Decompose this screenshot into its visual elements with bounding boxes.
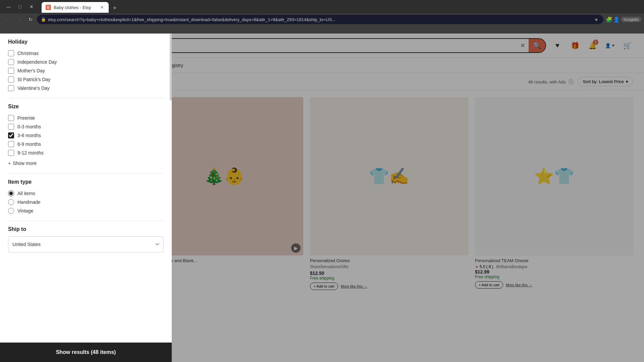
extensions-icon[interactable]: 🧩 [606,16,612,22]
size-section: Size Preemie 0-3 months 3-6 months 6-9 m… [8,104,164,168]
handmade-radio[interactable] [8,199,14,205]
bottom-spacer [8,252,164,266]
size-section-title: Size [8,104,164,110]
9-12-months-checkbox-item[interactable]: 9-12 months [8,148,164,157]
9-12-months-label: 9-12 months [17,150,44,156]
valentines-day-label: Valentine's Day [17,85,50,91]
0-3-months-checkbox-item[interactable]: 0-3 months [8,122,164,131]
browser-right-icons: 🧩 👤 Incognito [606,16,641,22]
url-text: etsy.com/search?q=baby+clothes&explicit=… [48,17,591,22]
valentines-day-checkbox[interactable] [8,85,14,91]
tab-close-button[interactable]: ✕ [99,5,105,10]
ship-to-section: Ship to United States Canada United King… [8,226,164,252]
browser-titlebar: — □ ✕ E Baby clothes - Etsy ✕ + [0,0,644,13]
browser-chrome: — □ ✕ E Baby clothes - Etsy ✕ + ← → ↻ 🔒 … [0,0,644,34]
preemie-label: Preemie [17,115,35,121]
preemie-checkbox[interactable] [8,115,14,121]
all-items-radio[interactable] [8,190,14,196]
scrollbar-thumb[interactable] [170,34,172,101]
forward-button[interactable]: → [14,14,24,24]
3-6-months-checkbox[interactable] [8,132,14,138]
item-type-section: Item type All items Handmade Vintage [8,179,164,215]
st-patricks-day-checkbox[interactable] [8,76,14,82]
vintage-label: Vintage [17,208,33,214]
6-9-months-checkbox[interactable] [8,141,14,147]
minimize-button[interactable]: — [4,2,13,11]
address-bar[interactable]: 🔒 etsy.com/search?q=baby+clothes&explici… [37,15,603,24]
show-more-button[interactable]: + Show more [8,159,37,168]
page-content: etsy ✕ 🔍 ♥ 🎁 🔔 1 👤▾ 🛒 Valentin [0,34,644,362]
st-patricks-day-checkbox-item[interactable]: St Patrick's Day [8,75,164,84]
tab-bar: E Baby clothes - Etsy ✕ + [39,1,640,13]
3-6-months-label: 3-6 months [17,133,41,138]
item-type-section-title: Item type [8,179,164,185]
christmas-checkbox-item[interactable]: Christmas [8,49,164,58]
all-items-radio-item[interactable]: All items [8,189,164,198]
size-item-type-divider [8,173,164,174]
bookmark-icon[interactable]: ★ [593,16,599,22]
christmas-checkbox[interactable] [8,50,14,56]
3-6-months-checkbox-item[interactable]: 3-6 months [8,131,164,140]
ship-to-select-wrapper: United States Canada United Kingdom Aust… [8,236,164,252]
plus-icon: + [8,161,11,166]
preemie-checkbox-item[interactable]: Preemie [8,114,164,122]
item-type-ship-to-divider [8,221,164,221]
vintage-radio[interactable] [8,208,14,214]
address-icons: ★ [593,16,599,22]
handmade-radio-item[interactable]: Handmade [8,198,164,206]
all-items-label: All items [17,191,35,196]
incognito-badge: Incognito [621,17,641,22]
new-tab-button[interactable]: + [110,3,119,13]
maximize-button[interactable]: □ [15,2,25,11]
valentines-day-checkbox-item[interactable]: Valentine's Day [8,84,164,93]
scrollbar-track[interactable] [170,34,172,362]
independence-day-checkbox-item[interactable]: Independence Day [8,58,164,66]
address-bar-row: ← → ↻ 🔒 etsy.com/search?q=baby+clothes&e… [0,13,644,25]
0-3-months-label: 0-3 months [17,124,41,129]
holiday-section-title: Holiday [8,39,164,45]
mothers-day-checkbox-item[interactable]: Mother's Day [8,66,164,75]
show-results-button[interactable]: Show results (48 items) [0,343,172,362]
reload-button[interactable]: ↻ [25,14,36,24]
filter-panel: Holiday Christmas Independence Day Mothe… [0,34,172,362]
st-patricks-day-label: St Patrick's Day [17,77,50,82]
ship-to-select[interactable]: United States Canada United Kingdom Aust… [8,236,164,252]
profile-icon[interactable]: 👤 [613,16,620,22]
holiday-section: Holiday Christmas Independence Day Mothe… [8,39,164,93]
independence-day-label: Independence Day [17,59,57,65]
tab-title: Baby clothes - Etsy [54,5,97,10]
9-12-months-checkbox[interactable] [8,150,14,156]
mothers-day-label: Mother's Day [17,68,45,73]
mothers-day-checkbox[interactable] [8,68,14,74]
handmade-label: Handmade [17,199,41,205]
6-9-months-label: 6-9 months [17,141,41,147]
ship-to-section-title: Ship to [8,226,164,232]
back-button[interactable]: ← [3,14,13,24]
christmas-label: Christmas [17,51,39,56]
independence-day-checkbox[interactable] [8,59,14,65]
active-tab[interactable]: E Baby clothes - Etsy ✕ [42,2,109,13]
vintage-radio-item[interactable]: Vintage [8,206,164,215]
6-9-months-checkbox-item[interactable]: 6-9 months [8,140,164,148]
show-more-label: Show more [13,161,37,166]
0-3-months-checkbox[interactable] [8,124,14,130]
filter-scroll-area[interactable]: Holiday Christmas Independence Day Mothe… [0,34,172,343]
window-controls: — □ ✕ [4,2,36,11]
holiday-size-divider [8,98,164,98]
tab-favicon: E [46,5,51,10]
close-button[interactable]: ✕ [27,2,36,11]
